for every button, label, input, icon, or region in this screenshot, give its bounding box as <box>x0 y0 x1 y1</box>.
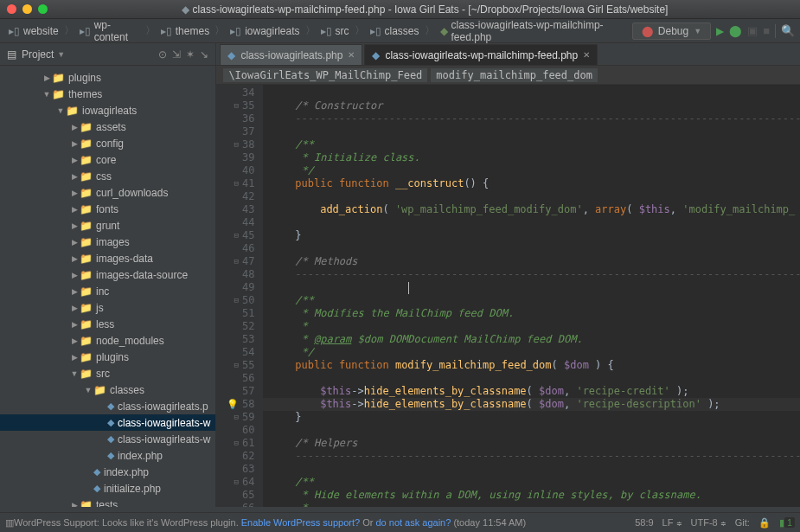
tree-twisty[interactable]: ▶ <box>69 156 80 164</box>
dismiss-link[interactable]: do not ask again? <box>375 517 451 528</box>
fold-toggle[interactable]: ⊟ <box>234 411 239 424</box>
collapse-all-button[interactable]: ⇲ <box>172 48 181 61</box>
code-line[interactable] <box>270 87 800 99</box>
tree-file[interactable]: ◆initialize.php <box>0 480 215 497</box>
tree-twisty[interactable]: ▶ <box>69 139 80 148</box>
fold-toggle[interactable]: ⊟ <box>234 138 239 151</box>
tree-file[interactable]: ◆index.php <box>0 447 215 464</box>
tree-folder[interactable]: ▼📁themes <box>0 86 215 102</box>
debug-button[interactable]: ⬤ <box>729 24 742 37</box>
code-line[interactable]: ----------------------------------------… <box>270 268 800 281</box>
tree-folder[interactable]: ▼📁src <box>0 365 215 381</box>
code-line[interactable] <box>270 216 800 229</box>
code-line[interactable]: $this->hide_elements_by_classname( $dom,… <box>263 398 800 411</box>
tree-twisty[interactable]: ▼ <box>83 386 93 394</box>
code-breadcrumb[interactable]: \IowaGirlEats_WP_MailChimp_Feedmodify_ma… <box>216 66 800 85</box>
tree-twisty[interactable]: ▶ <box>69 221 80 230</box>
code-line[interactable]: public function modify_mailchimp_feed_do… <box>270 359 800 372</box>
code-line[interactable]: /* Helpers <box>270 437 800 450</box>
code-line[interactable]: /** <box>270 476 800 489</box>
tree-folder[interactable]: ▶📁images-data-source <box>0 266 215 283</box>
stop-button[interactable]: ■ <box>763 24 770 37</box>
tree-folder[interactable]: ▶📁plugins <box>0 69 215 86</box>
zoom-window-button[interactable] <box>38 4 48 14</box>
tree-twisty[interactable]: ▶ <box>69 238 80 247</box>
lock-icon[interactable]: 🔒 <box>758 517 771 529</box>
tree-twisty[interactable]: ▶ <box>69 189 80 197</box>
breadcrumb-method[interactable]: modify_mailchimp_feed_dom <box>431 68 598 82</box>
tree-twisty[interactable]: ▶ <box>69 172 80 181</box>
tree-twisty[interactable]: ▶ <box>42 74 52 82</box>
code-line[interactable]: * Initialize class. <box>270 151 800 164</box>
code-line[interactable] <box>270 190 800 203</box>
breadcrumb-item[interactable]: ▸▯ website <box>5 23 62 39</box>
tree-twisty[interactable]: ▶ <box>69 337 80 345</box>
close-tab-button[interactable]: ✕ <box>583 50 590 60</box>
tree-file[interactable]: ◆index.php <box>0 464 215 480</box>
search-everywhere-button[interactable]: 🔍 <box>781 24 795 37</box>
tree-twisty[interactable]: ▼ <box>42 90 52 99</box>
close-window-button[interactable] <box>7 4 16 14</box>
tree-twisty[interactable]: ▶ <box>69 287 80 296</box>
tree-file[interactable]: ◆class-iowagirleats-w <box>0 431 215 447</box>
run-button[interactable]: ▶ <box>716 25 724 37</box>
code-line[interactable] <box>270 125 800 138</box>
code-editor[interactable]: /* Constructor -------------------------… <box>263 85 800 507</box>
code-line[interactable]: * @param $dom DOMDocument MailChimp feed… <box>270 333 800 346</box>
tree-folder[interactable]: ▶📁images <box>0 234 215 250</box>
code-line[interactable]: ----------------------------------------… <box>270 112 800 125</box>
run-configuration-selector[interactable]: ⬤ Debug ▼ <box>632 22 711 40</box>
breadcrumb-item[interactable]: ◆ class-iowagirleats-wp-mailchimp-feed.p… <box>437 17 632 45</box>
tree-twisty[interactable]: ▶ <box>69 501 80 508</box>
fold-toggle[interactable]: ⊟ <box>234 476 239 489</box>
tree-twisty[interactable]: ▼ <box>69 369 80 378</box>
tree-folder[interactable]: ▶📁less <box>0 316 215 332</box>
breadcrumb-item[interactable]: ▸▯ classes <box>367 23 423 39</box>
code-line[interactable]: * <box>270 502 800 507</box>
caret-position[interactable]: 58:9 <box>635 517 653 528</box>
tree-folder[interactable]: ▶📁fonts <box>0 201 215 217</box>
tree-folder[interactable]: ▶📁config <box>0 135 215 151</box>
code-line[interactable]: $this->hide_elements_by_classname( $dom,… <box>270 385 800 398</box>
code-line[interactable]: } <box>270 229 800 242</box>
editor-gutter[interactable]: 34⊟353637⊟383940⊟41424344⊟4546⊟474849⊟50… <box>216 85 263 507</box>
coverage-button[interactable]: ▣ <box>747 24 758 37</box>
tree-twisty[interactable]: ▶ <box>69 304 80 312</box>
enable-support-link[interactable]: Enable WordPress support? <box>241 517 360 528</box>
tree-folder[interactable]: ▶📁node_modules <box>0 332 215 349</box>
tree-twisty[interactable]: ▶ <box>69 123 80 131</box>
project-tree[interactable]: ▶📁plugins▼📁themes▼📁iowagirleats▶📁assets▶… <box>0 66 215 507</box>
chevron-down-icon[interactable]: ▼ <box>57 50 65 59</box>
code-line[interactable]: * Hide elements within a DOM, using inli… <box>270 489 800 502</box>
tree-folder[interactable]: ▶📁inc <box>0 283 215 299</box>
code-line[interactable]: /* Methods <box>270 255 800 268</box>
notification-icon[interactable]: ▮1 <box>779 517 795 529</box>
code-line[interactable]: ----------------------------------------… <box>270 450 800 463</box>
code-line[interactable]: public function __construct() { <box>270 177 800 190</box>
breadcrumb-item[interactable]: ▸▯ iowagirleats <box>227 23 303 39</box>
editor-tab[interactable]: ◆class-iowagirleats.php✕ <box>220 44 362 65</box>
fold-toggle[interactable]: ⊟ <box>234 99 239 112</box>
code-line[interactable]: /** <box>270 138 800 151</box>
code-line[interactable]: */ <box>270 346 800 359</box>
code-line[interactable] <box>270 424 800 437</box>
tree-folder[interactable]: ▶📁curl_downloads <box>0 184 215 201</box>
breadcrumb-item[interactable]: ▸▯ wp-content <box>76 17 144 45</box>
tree-twisty[interactable]: ▶ <box>69 353 80 362</box>
tree-folder[interactable]: ▶📁images-data <box>0 250 215 266</box>
scroll-from-source-button[interactable]: ⊙ <box>158 48 167 61</box>
tree-folder[interactable]: ▶📁js <box>0 299 215 316</box>
close-tab-button[interactable]: ✕ <box>348 50 355 60</box>
breadcrumb-class[interactable]: \IowaGirlEats_WP_MailChimp_Feed <box>223 68 427 82</box>
fold-toggle[interactable]: ⊟ <box>234 294 239 307</box>
fold-toggle[interactable]: ⊟ <box>234 359 239 372</box>
tree-folder[interactable]: ▶📁css <box>0 168 215 184</box>
code-line[interactable]: /** <box>270 294 800 307</box>
breadcrumb-item[interactable]: ▸▯ themes <box>157 23 213 39</box>
git-branch[interactable]: Git: <box>735 517 750 528</box>
tree-folder[interactable]: ▶📁grunt <box>0 217 215 234</box>
file-encoding[interactable]: UTF-8 ≑ <box>691 517 726 528</box>
tree-folder[interactable]: ▶📁assets <box>0 119 215 135</box>
code-line[interactable] <box>270 242 800 255</box>
code-line[interactable]: /* Constructor <box>270 99 800 112</box>
